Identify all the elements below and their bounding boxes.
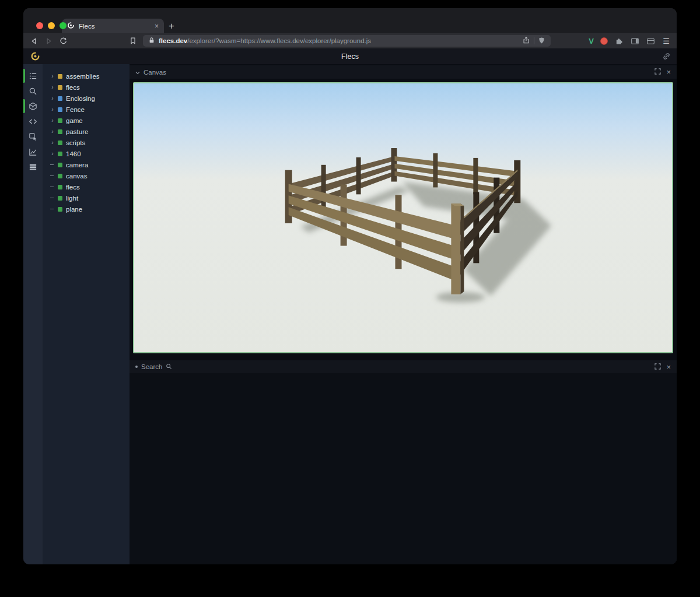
canvas-panel-header: Canvas × — [130, 65, 677, 79]
entity-type-icon — [58, 163, 62, 167]
tab-favicon-icon — [67, 22, 75, 30]
tree-item-label: plane — [66, 206, 82, 213]
tree-item-label: 1460 — [66, 150, 81, 157]
bookmark-icon[interactable] — [128, 36, 138, 45]
tree-item-label: Enclosing — [66, 95, 95, 102]
wallet-icon[interactable] — [646, 36, 655, 45]
tree-item-label: assemblies — [66, 73, 100, 80]
chevron-down-icon[interactable] — [135, 69, 140, 76]
browser-window: Flecs × + flecs.dev/explorer/?wasm=https… — [23, 8, 677, 564]
extension-cluster: V ☰ — [589, 36, 671, 45]
url-bar[interactable]: flecs.dev/explorer/?wasm=https://www.fle… — [143, 35, 551, 47]
expand-panel-icon[interactable] — [654, 363, 661, 371]
menu-icon[interactable]: ☰ — [662, 36, 671, 45]
entity-type-icon — [58, 174, 62, 178]
3d-viewport[interactable] — [133, 82, 673, 353]
logs-tool[interactable] — [23, 159, 43, 174]
entity-tree-panel: › assemblies › flecs › Enclosing › Fence… — [43, 64, 130, 564]
leaf-dash-icon — [50, 187, 55, 188]
leaf-dash-icon — [50, 198, 55, 199]
forward-icon[interactable] — [44, 36, 53, 45]
sidebar-toggle-icon[interactable] — [630, 36, 639, 45]
zoom-window-button[interactable] — [60, 22, 66, 29]
query-search-tool[interactable] — [23, 83, 43, 99]
flecs-logo-icon[interactable] — [30, 51, 40, 64]
search-icon — [166, 363, 172, 371]
tree-item-label: scripts — [66, 139, 85, 146]
tree-item-flecs-leaf[interactable]: flecs — [43, 181, 130, 192]
chevron-right-icon[interactable]: › — [50, 96, 55, 101]
shield-icon[interactable] — [538, 37, 545, 45]
vue-devtools-icon[interactable]: V — [589, 37, 594, 45]
divider — [534, 37, 534, 44]
leaf-dash-icon — [50, 209, 55, 210]
red-extension-icon[interactable] — [600, 37, 608, 45]
browser-navbar: flecs.dev/explorer/?wasm=https://www.fle… — [23, 33, 677, 48]
tree-item-game[interactable]: › game — [43, 115, 130, 126]
tree-item-label: light — [66, 195, 78, 202]
inspector-tool[interactable] — [23, 129, 43, 144]
extensions-puzzle-icon[interactable] — [614, 36, 624, 45]
back-icon[interactable] — [29, 36, 38, 45]
chevron-right-icon[interactable]: › — [50, 107, 55, 113]
leaf-dash-icon — [50, 164, 55, 166]
tree-item-label: flecs — [66, 184, 80, 191]
app-content: › assemblies › flecs › Enclosing › Fence… — [23, 64, 677, 564]
entity-tree-tool[interactable] — [23, 68, 43, 83]
tree-item-label: flecs — [66, 84, 80, 91]
entity-type-icon — [58, 185, 62, 189]
tree-item-label: Fence — [66, 106, 85, 113]
tab-title: Flecs — [79, 23, 150, 30]
chevron-right-icon[interactable]: › — [50, 73, 55, 79]
minimize-window-button[interactable] — [48, 22, 55, 29]
chevron-right-icon[interactable]: › — [50, 118, 55, 124]
entity-type-icon — [58, 74, 62, 79]
tree-item-light[interactable]: light — [43, 192, 130, 203]
tab-close-icon[interactable]: × — [155, 22, 159, 30]
browser-tab[interactable]: Flecs × — [62, 19, 164, 33]
new-tab-button[interactable]: + — [164, 19, 179, 33]
share-icon[interactable] — [522, 36, 530, 45]
tree-item-label: pasture — [66, 128, 88, 135]
entity-type-icon — [58, 129, 62, 134]
tree-item-canvas[interactable]: canvas — [43, 170, 130, 181]
chevron-right-icon[interactable]: › — [50, 85, 55, 90]
tree-item-1460[interactable]: › 1460 — [43, 148, 130, 159]
tree-item-enclosing[interactable]: › Enclosing — [43, 93, 130, 104]
url-domain: flecs.dev — [159, 37, 187, 44]
chevron-right-icon[interactable]: › — [50, 129, 55, 135]
entity-type-icon — [58, 118, 62, 123]
tree-item-label: game — [66, 117, 83, 124]
chevron-right-icon[interactable]: › — [50, 151, 55, 157]
code-editor-tool[interactable] — [23, 114, 43, 129]
tab-strip: Flecs × + — [23, 8, 677, 33]
page-title: Flecs — [341, 52, 359, 61]
panel-marker-icon[interactable] — [135, 366, 138, 368]
canvas-3d-tool[interactable] — [23, 99, 43, 114]
traffic-lights — [36, 22, 66, 29]
canvas-panel-body — [130, 79, 677, 357]
entity-type-icon — [58, 141, 62, 145]
close-panel-icon[interactable]: × — [666, 363, 671, 371]
expand-panel-icon[interactable] — [654, 68, 661, 76]
statistics-tool[interactable] — [23, 144, 43, 159]
tree-item-fence[interactable]: › Fence — [43, 104, 130, 115]
tree-item-label: canvas — [66, 173, 87, 180]
reload-icon[interactable] — [58, 36, 68, 45]
link-icon[interactable] — [662, 52, 671, 63]
search-panel-body[interactable] — [130, 373, 677, 564]
entity-type-icon — [58, 85, 62, 90]
url-path: /explorer/?wasm=https://www.flecs.dev/ex… — [187, 37, 371, 44]
tree-item-plane[interactable]: plane — [43, 203, 130, 215]
chevron-right-icon[interactable]: › — [50, 140, 55, 146]
leaf-dash-icon — [50, 175, 55, 177]
tree-item-scripts[interactable]: › scripts — [43, 137, 130, 148]
url-text: flecs.dev/explorer/?wasm=https://www.fle… — [159, 37, 519, 44]
tree-item-pasture[interactable]: › pasture — [43, 126, 130, 137]
close-panel-icon[interactable]: × — [666, 68, 671, 76]
search-panel-header: Search × — [130, 360, 677, 373]
tree-item-assemblies[interactable]: › assemblies — [43, 71, 130, 82]
tree-item-camera[interactable]: camera — [43, 159, 130, 170]
tree-item-flecs[interactable]: › flecs — [43, 82, 130, 93]
close-window-button[interactable] — [36, 22, 43, 29]
